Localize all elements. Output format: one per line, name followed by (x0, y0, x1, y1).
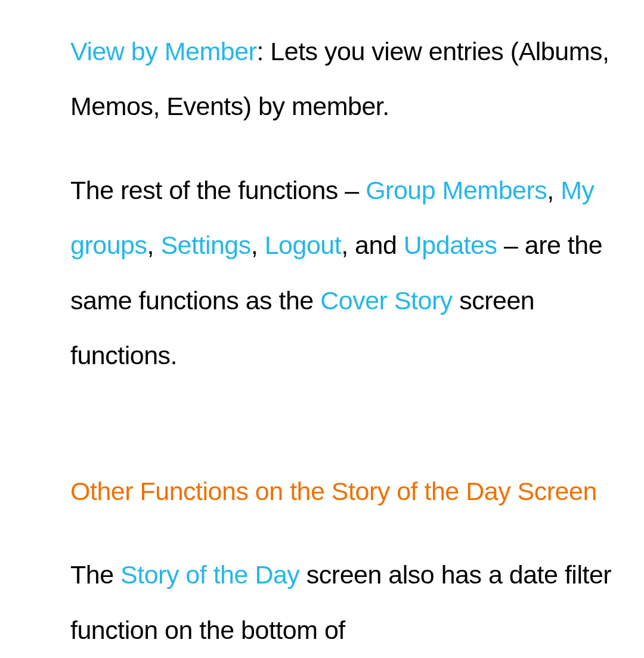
paragraph-rest-of-functions: The rest of the functions – Group Member… (70, 163, 620, 383)
link-settings[interactable]: Settings (160, 231, 250, 259)
link-updates[interactable]: Updates (404, 231, 497, 259)
text: , (251, 231, 265, 259)
paragraph-view-by-member: View by Member: Lets you view entries (A… (70, 24, 620, 134)
text: The rest of the functions – (70, 176, 366, 204)
link-cover-story[interactable]: Cover Story (320, 286, 453, 315)
text: , (547, 176, 561, 204)
paragraph-story-of-the-day: The Story of the Day screen also has a d… (70, 547, 620, 657)
link-logout[interactable]: Logout (265, 231, 342, 259)
heading-other-functions: Other Functions on the Story of the Day … (70, 464, 620, 519)
document-content: View by Member: Lets you view entries (A… (70, 24, 620, 657)
text: The (70, 560, 120, 589)
text: , (147, 231, 160, 259)
text: , and (341, 231, 404, 259)
link-view-by-member[interactable]: View by Member (70, 37, 256, 66)
link-group-members[interactable]: Group Members (366, 176, 547, 204)
link-story-of-the-day[interactable]: Story of the Day (120, 560, 299, 589)
